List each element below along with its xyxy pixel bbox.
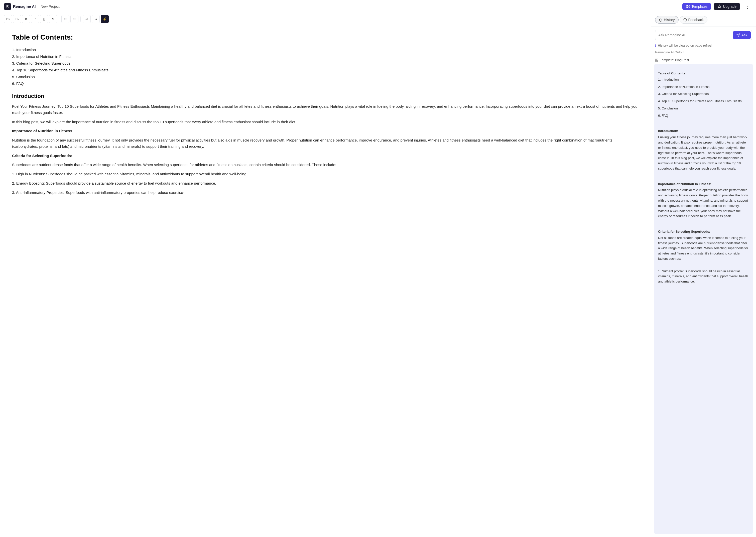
template-grid-icon	[655, 58, 658, 62]
svg-rect-24	[655, 61, 656, 62]
h2-button[interactable]: H₂	[13, 15, 21, 23]
tab-history-label: History	[664, 18, 675, 22]
toc-item-3: 3. Criteria for Selecting Superfoods	[12, 60, 639, 66]
header: R Remagine AI New Project Templates Upgr…	[0, 0, 756, 13]
history-icon	[659, 18, 662, 21]
upgrade-label: Upgrade	[723, 5, 736, 9]
upgrade-icon	[717, 5, 721, 9]
toc-item-5: 5. Conclusion	[12, 73, 639, 80]
nutrition-paragraph: Nutrition is the foundation of any succe…	[12, 137, 639, 150]
tab-feedback[interactable]: Feedback	[680, 16, 707, 23]
ask-area: Ask	[655, 30, 752, 40]
underline-button[interactable]: U	[40, 15, 48, 23]
app-name: Remagine AI	[13, 4, 36, 9]
criteria-item-2: 2. Energy Boosting: Superfoods should pr…	[12, 180, 639, 186]
strike-label: S	[52, 17, 54, 21]
svg-point-9	[64, 19, 64, 19]
upgrade-button[interactable]: Upgrade	[714, 3, 740, 10]
tab-feedback-label: Feedback	[688, 18, 704, 22]
criteria-item-1: 1. High in Nutrients: Superfoods should …	[12, 171, 639, 177]
svg-rect-2	[686, 7, 688, 8]
svg-rect-0	[686, 5, 688, 6]
intro-paragraph-2: In this blog post, we will explore the i…	[12, 119, 639, 125]
more-icon: ⋮	[745, 4, 750, 9]
ordered-list-icon: 1 2 3	[73, 17, 76, 21]
tab-history[interactable]: History	[655, 16, 679, 23]
ai-output-label: Remagine AI Output	[651, 49, 756, 56]
lightning-button[interactable]: ⚡	[101, 15, 109, 23]
intro-heading: Introduction	[12, 93, 639, 100]
intro-paragraph-1: Fuel Your Fitness Journey: Top 10 Superf…	[12, 103, 639, 116]
h1-button[interactable]: H₁	[4, 15, 12, 23]
app-logo-icon: R	[4, 3, 11, 10]
info-icon: ℹ	[655, 43, 656, 47]
strikethrough-button[interactable]: S	[49, 15, 57, 23]
svg-rect-1	[688, 5, 690, 6]
output-toc-5: 5. Conclusion	[658, 106, 749, 111]
output-intro-text: Fueling your fitness journey requires mo…	[658, 135, 749, 171]
history-notice: ℹ History will be cleared on page refres…	[651, 43, 756, 49]
logo-letter: R	[6, 5, 9, 8]
undo-button[interactable]: ↩	[83, 15, 91, 23]
nutrition-heading: Importance of Nutrition in Fitness	[12, 128, 639, 134]
unordered-list-icon	[63, 17, 67, 21]
svg-marker-4	[718, 5, 721, 8]
template-label-text: Template: Blog Post	[660, 58, 689, 62]
criteria-item-3: 3. Anti-Inflammatory Properties: Superfo…	[12, 189, 639, 196]
svg-point-8	[64, 18, 64, 19]
logo-area: R Remagine AI	[4, 3, 36, 10]
templates-label: Templates	[692, 5, 707, 9]
svg-rect-25	[657, 61, 658, 62]
project-name: New Project	[41, 5, 60, 9]
svg-point-10	[64, 20, 64, 20]
italic-label: I	[35, 17, 36, 21]
output-nutrient-item: 1. Nutrient profile: Superfoods should b…	[658, 269, 749, 284]
underline-label: U	[43, 17, 45, 21]
criteria-paragraph: Superfoods are nutrient-dense foods that…	[12, 162, 639, 168]
italic-button[interactable]: I	[31, 15, 39, 23]
output-criteria-title: Criteria for Selecting Superfoods:	[658, 229, 749, 234]
undo-icon: ↩	[85, 17, 88, 21]
main-layout: H₁ H₂ B I U S	[0, 13, 756, 537]
toolbar-divider-2	[80, 17, 81, 21]
template-label-area: Template: Blog Post	[651, 56, 756, 64]
ask-button[interactable]: Ask	[733, 31, 751, 39]
ask-button-label: Ask	[741, 33, 747, 37]
output-nutrition-text: Nutrition plays a crucial role in optimi…	[658, 187, 749, 219]
templates-icon	[686, 5, 690, 9]
toolbar: H₁ H₂ B I U S	[0, 13, 651, 25]
output-intro-title: Introduction:	[658, 129, 749, 134]
svg-rect-23	[657, 59, 658, 60]
output-toc-2: 2. Importance of Nutrition in Fitness	[658, 84, 749, 90]
toc-item-2: 2. Importance of Nutrition in Fitness	[12, 53, 639, 60]
right-panel: History Feedback Ask ℹ History will be c	[651, 13, 756, 537]
output-toc-3: 3. Criteria for Selecting Superfoods	[658, 91, 749, 97]
output-criteria-text: Not all foods are created equal when it …	[658, 235, 749, 262]
redo-icon: ↪	[95, 17, 97, 21]
ordered-list-button[interactable]: 1 2 3	[70, 15, 78, 23]
editor-content[interactable]: Table of Contents: 1. Introduction 2. Im…	[0, 25, 651, 537]
output-toc-4: 4. Top 10 Superfoods for Athletes and Fi…	[658, 99, 749, 104]
toc-item-4: 4. Top 10 Superfoods for Athletes and Fi…	[12, 66, 639, 73]
output-nutrition-title: Importance of Nutrition in Fitness:	[658, 182, 749, 187]
lightning-icon: ⚡	[103, 17, 107, 21]
toc-item-1: 1. Introduction	[12, 46, 639, 53]
svg-rect-3	[688, 7, 690, 8]
ask-input[interactable]	[655, 30, 732, 40]
editor-panel: H₁ H₂ B I U S	[0, 13, 651, 537]
toc-item-6: 6. FAQ	[12, 80, 639, 87]
output-toc-1: 1. Introduction	[658, 77, 749, 82]
output-content: Table of Contents: 1. Introduction 2. Im…	[654, 64, 753, 534]
criteria-heading: Criteria for Selecting Superfoods:	[12, 153, 639, 159]
more-options-button[interactable]: ⋮	[743, 3, 752, 11]
unordered-list-button[interactable]	[62, 15, 69, 23]
svg-rect-22	[655, 59, 656, 60]
templates-button[interactable]: Templates	[682, 3, 711, 10]
output-toc-title: Table of Contents:	[658, 71, 749, 76]
redo-button[interactable]: ↪	[92, 15, 100, 23]
bold-button[interactable]: B	[22, 15, 30, 23]
svg-text:3: 3	[73, 19, 74, 21]
h1-label: H₁	[6, 17, 10, 21]
bold-label: B	[25, 17, 27, 21]
toolbar-divider-1	[59, 17, 60, 21]
